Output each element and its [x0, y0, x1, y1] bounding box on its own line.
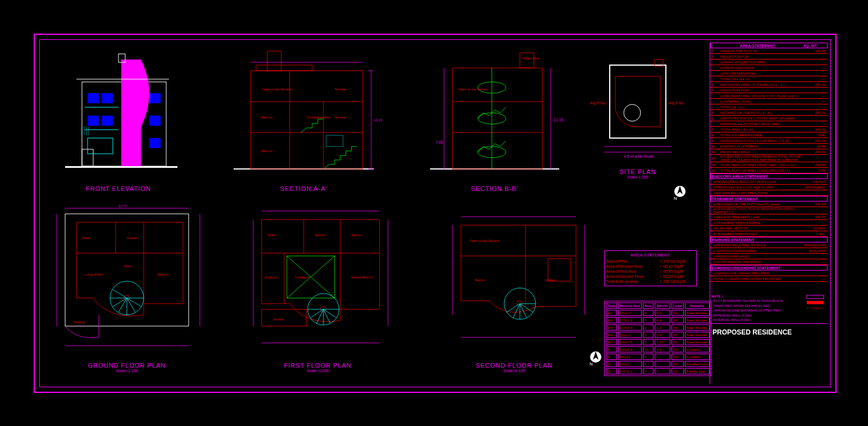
- svg-line-73: [127, 298, 141, 306]
- svg-text:Bed rm: Bed rm: [158, 273, 168, 276]
- schedule-header: Lintel: [671, 303, 684, 309]
- front-elevation-drawing: FRONT ELEVATION: [48, 48, 189, 194]
- titleblock-row: b PROPOSED BALCONY PER FLOORSTATEMENT: [710, 185, 828, 190]
- second-floor-plan: Open to sky Terrace Bed rm Kitchen SECON…: [436, 203, 593, 377]
- north-arrow-icon: N: [587, 349, 604, 365]
- svg-rect-45: [520, 53, 534, 68]
- parking-header: PARKING STATEMENT: [712, 238, 754, 242]
- notes-box: NOTE :- - PLOT BOUNDARY SHOWN IN THICK B…: [710, 293, 828, 323]
- loading-header: LOADING/ UNLOADING STATEMENT: [712, 266, 780, 270]
- titleblock-row: 13TOTAL BUILT UP AREA PROPOSED ( 10+11+1…: [710, 162, 828, 168]
- titleblock-row: AS 250 PER HECTOR10 NOS: [710, 226, 828, 231]
- svg-text:Kitchen: Kitchen: [127, 236, 138, 240]
- titleblock-row: 3NET GROSS AREA OF THE PLOT ( 1 - 2 )376…: [710, 82, 828, 88]
- svg-rect-42: [453, 68, 542, 169]
- titleblock-row: c PARKING PROVIDED: [710, 254, 828, 259]
- first-floor-scale: Scale=1:100: [234, 369, 402, 373]
- svg-text:Terrace: Terrace: [273, 318, 285, 321]
- schedule-row: W20.75x1.210.92.1Steel Window: [606, 317, 710, 323]
- titleblock-row: 7TOTAL AREA ( 5 + 6 )376.00: [710, 127, 828, 132]
- titleblock-row: TOTAL ( a + b )---: [710, 104, 828, 110]
- svg-text:Bed rm: Bed rm: [262, 116, 272, 119]
- ground-floor-plan: 11.77 Store Kitchen Living Room Bed rm E…: [43, 203, 211, 377]
- svg-text:Kitchen: Kitchen: [545, 278, 556, 282]
- svg-text:Open to sky Terrace: Open to sky Terrace: [262, 88, 292, 91]
- section-bb-drawing: 11.15 7.00 Water Tank Open to sky Terrac…: [424, 48, 565, 194]
- titleblock-row: LOADING/ UNLOADING REQUIRED: [710, 271, 828, 276]
- titleblock-row: a) ROAD ACQUISITION AREA---: [710, 59, 828, 65]
- svg-text:Adj.P No.: Adj.P No.: [590, 101, 606, 106]
- tenement-header: TENEMENT STATEMENT: [712, 197, 758, 201]
- svg-text:Bed rm: Bed rm: [475, 278, 486, 282]
- titleblock-row: 1AREA OF THE PLOT NO.376.00: [710, 48, 828, 54]
- svg-text:Bed rm: Bed rm: [351, 233, 362, 237]
- ground-floor-svg: 11.77 Store Kitchen Living Room Bed rm E…: [43, 203, 211, 360]
- second-floor-svg: Open to sky Terrace Bed rm Kitchen: [436, 203, 593, 360]
- schedule-row: V0.6x2.11---2.1Louvered: [606, 354, 710, 360]
- svg-rect-56: [610, 65, 666, 138]
- svg-rect-9: [149, 93, 161, 103]
- drawing-content: FRONT ELEVATION 11.15: [43, 43, 828, 384]
- first-floor-title: FIRST FLOOR PLAN: [234, 362, 402, 369]
- titleblock-row: e TENEMENTS PROPOSED1 NO.: [710, 231, 828, 237]
- svg-text:Study rm: Study rm: [264, 276, 278, 279]
- area-row: Area of Second Floor= 50.88 Sq.M.: [606, 274, 695, 279]
- front-elevation-title: FRONT ELEVATION: [48, 185, 189, 192]
- svg-text:11.15: 11.15: [554, 118, 564, 122]
- titleblock-row: 2DEDUCTION FOR: [710, 54, 828, 59]
- svg-rect-3: [121, 59, 141, 166]
- titleblock-row: c AREA OF TENEMENT ( a-b)376.00: [710, 214, 828, 220]
- titleblock-row: d TENEMENTS PERMISSIBLE: [710, 220, 828, 226]
- titleblock-row: TOTAL ( a + b + c )---: [710, 76, 828, 82]
- area-row: Area of Ground floor= 90.41 Sq.M.: [606, 264, 695, 269]
- svg-text:Entry: Entry: [124, 264, 132, 268]
- titleblock: AREA STATEMENT SQ. MT. 1AREA OF THE PLOT…: [710, 43, 828, 384]
- project-title: PROPOSED RESIDENCE: [710, 323, 828, 341]
- sqmt-header: SQ. MT.: [803, 44, 826, 48]
- section-aa-title: SECTION A-A': [222, 185, 385, 192]
- svg-text:7.00: 7.00: [436, 140, 444, 144]
- svg-text:Bed rm: Bed rm: [315, 233, 326, 237]
- schedule-row: D20.75x2.17---2.1Panelle Door: [606, 368, 710, 374]
- area-row: Total Built up area= 235.04 Sq.M.: [606, 279, 695, 284]
- titleblock-row: 11PROPOSED AREA226.04: [710, 149, 828, 155]
- second-floor-title: SECOND FLOOR PLAN: [436, 362, 593, 369]
- first-floor-plan: Toilet Bed rm Bed rm Study rm Family rm …: [234, 203, 402, 377]
- titleblock-row: a PERMISSIBLE BALCONY PER FLOORAS PER: [710, 179, 828, 185]
- svg-rect-7: [88, 116, 99, 126]
- ground-floor-title: GROUND FLOOR PLAN: [43, 362, 211, 369]
- schedule-row: W50.6x0.7521.352.1Steel Window: [606, 339, 710, 345]
- titleblock-row: 5NET AREA OF THE PLOT ( 3 - 4 )376.00: [710, 110, 828, 116]
- svg-text:Terrace: Terrace: [335, 116, 346, 119]
- titleblock-row: 10EXISTING FLOOR AREA28.40: [710, 144, 828, 149]
- titleblock-row: d TOTAL PARKING PROVIDED---: [710, 259, 828, 265]
- titleblock-row: 12EXCESS BALCONY AREA TAKEN IN TOTAL FLO…: [710, 155, 828, 162]
- north-arrow-icon: N: [671, 183, 688, 200]
- svg-rect-8: [102, 116, 113, 126]
- titleblock-row: a NET AREA OF THE PLOT from (7 ) above37…: [710, 201, 828, 207]
- svg-rect-140: [807, 301, 824, 304]
- svg-rect-11: [149, 138, 161, 148]
- section-bb-title: SECTION B-B': [424, 185, 565, 192]
- legend-swatches: [804, 294, 826, 317]
- svg-text:4.0 m wide Road: 4.0 m wide Road: [624, 154, 654, 158]
- site-plan-scale: Scale-1:300: [587, 175, 688, 179]
- site-plan-title: SITE PLAN: [587, 168, 688, 175]
- titleblock-row: PURPOSE e.g 100 % SET BACK AREA---: [710, 121, 828, 127]
- titleblock-row: a PARKING REQUIRED BY RULERESIDENTIAL: [710, 242, 828, 248]
- svg-text:Master Bed rm: Master Bed rm: [351, 276, 373, 279]
- section-aa-drawing: 11.15 Open to sky Terrace Bed rm Circula…: [222, 48, 385, 194]
- schedule-row: D11.5x2.11---2.1Panelled Door: [606, 361, 710, 367]
- section-bb-svg: 11.15 7.00 Water Tank Open to sky Terrac…: [424, 48, 565, 183]
- svg-line-79: [113, 290, 127, 298]
- schedule-row: V0.45x0.6131.52.1Louvered: [606, 346, 710, 352]
- svg-text:Water Tank: Water Tank: [523, 57, 540, 60]
- titleblock-row: c) ANY RESERVATION---: [710, 71, 828, 76]
- svg-rect-139: [807, 295, 824, 299]
- svg-rect-10: [149, 116, 161, 126]
- schedule-header: Sill LVL: [655, 303, 670, 309]
- svg-text:Terrace: Terrace: [335, 88, 346, 91]
- site-plan-svg: Adj.P No. Adj.P No. 4.0 m wide Road: [587, 48, 688, 166]
- titleblock-row: b LESS DEDUCTION OF NON-RESIDENTIAL AREA…: [710, 207, 828, 214]
- titleblock-row: 9PERMISSIBLE TOTAL FLOOR AREA ( 7 X 8 )3…: [710, 138, 828, 144]
